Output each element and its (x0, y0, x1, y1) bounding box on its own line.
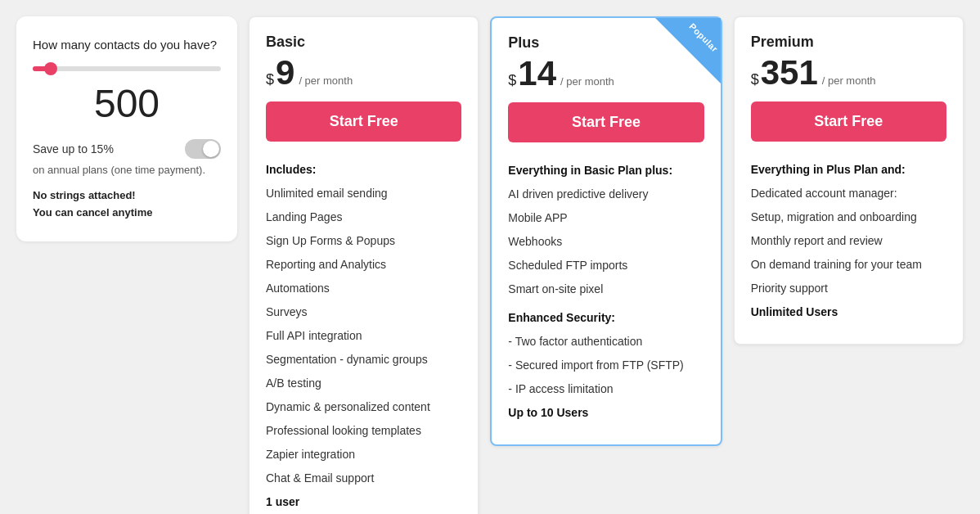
list-item: AI driven predictive delivery (508, 183, 704, 206)
premium-price-amount: 351 (761, 56, 818, 90)
basic-features-list: Includes: Unlimited email sending Landin… (266, 158, 461, 514)
basic-price-amount: 9 (276, 56, 294, 90)
plus-includes-header: Everything in Basic Plan plus: (508, 159, 704, 183)
save-row: Save up to 15% (33, 139, 221, 159)
list-item: Automations (266, 277, 461, 300)
annual-note: on annual plans (one time payment). (33, 164, 221, 176)
basic-start-button[interactable]: Start Free (266, 101, 461, 142)
plus-price-amount: 14 (518, 56, 556, 91)
plus-start-button[interactable]: Start Free (508, 102, 704, 142)
basic-bold-feature: 1 user (266, 490, 461, 514)
plus-plan-name: Plus (508, 34, 704, 52)
plus-security-header: Enhanced Security: (508, 306, 704, 330)
list-item: Surveys (266, 300, 461, 324)
list-item: - Secured import from FTP (SFTP) (508, 354, 704, 377)
list-item: Scheduled FTP imports (508, 254, 704, 277)
list-item: Segmentation - dynamic groups (266, 348, 461, 372)
contact-count: 500 (33, 81, 221, 126)
plus-plan-card: Popular Plus $ 14 / per month Start Free… (490, 16, 722, 446)
list-item: Setup, migration and onboarding (751, 205, 946, 229)
contact-slider-track[interactable] (33, 66, 221, 71)
premium-price-period: / per month (822, 74, 876, 87)
plus-bold-feature: Up to 10 Users (508, 401, 704, 425)
list-item: Unlimited email sending (266, 182, 461, 205)
plus-features-list: Everything in Basic Plan plus: AI driven… (508, 159, 704, 425)
list-item: Webhooks (508, 230, 704, 254)
list-item: Chat & Email support (266, 467, 461, 490)
list-item: Priority support (751, 277, 946, 300)
list-item: Mobile APP (508, 206, 704, 230)
basic-price-period: / per month (299, 74, 353, 87)
list-item: A/B testing (266, 372, 461, 395)
premium-start-button[interactable]: Start Free (751, 101, 946, 142)
list-item: Sign Up Forms & Popups (266, 229, 461, 253)
list-item: Monthly report and review (751, 229, 946, 253)
list-item: Full API integration (266, 324, 461, 348)
plus-price-period: / per month (560, 75, 614, 88)
list-item: - IP access limitation (508, 377, 704, 401)
list-item: On demand training for your team (751, 253, 946, 277)
premium-price-row: $ 351 / per month (751, 56, 946, 90)
list-item: Dedicated account manager: (751, 182, 946, 205)
premium-bold-feature: Unlimited Users (751, 300, 946, 324)
premium-features-list: Everything in Plus Plan and: Dedicated a… (751, 158, 946, 324)
slider-thumb[interactable] (44, 62, 57, 75)
premium-price-dollar: $ (751, 71, 759, 88)
no-strings: No strings attached! You can cancel anyt… (33, 187, 221, 222)
toggle-thumb (203, 141, 219, 157)
list-item: - Two factor authentication (508, 330, 704, 354)
save-label: Save up to 15% (33, 142, 114, 156)
annual-toggle[interactable] (185, 139, 221, 159)
list-item: Professional looking templates (266, 419, 461, 443)
basic-price-dollar: $ (266, 71, 274, 88)
basic-includes-header: Includes: (266, 158, 461, 182)
premium-plan-name: Premium (751, 34, 946, 51)
list-item: Smart on-site pixel (508, 277, 704, 301)
contacts-title: How many contacts do you have? (33, 36, 221, 53)
contacts-panel: How many contacts do you have? 500 Save … (16, 16, 237, 241)
basic-plan-card: Basic $ 9 / per month Start Free Include… (249, 16, 479, 514)
list-item: Landing Pages (266, 205, 461, 229)
premium-plan-card: Premium $ 351 / per month Start Free Eve… (734, 16, 964, 345)
pricing-container: How many contacts do you have? 500 Save … (16, 16, 964, 514)
premium-includes-header: Everything in Plus Plan and: (751, 158, 946, 182)
basic-plan-name: Basic (266, 34, 461, 51)
basic-price-row: $ 9 / per month (266, 56, 461, 90)
list-item: Zapier integration (266, 443, 461, 467)
plus-price-dollar: $ (508, 72, 516, 89)
list-item: Reporting and Analytics (266, 253, 461, 277)
list-item: Dynamic & personalized content (266, 395, 461, 419)
plus-price-row: $ 14 / per month (508, 56, 704, 91)
